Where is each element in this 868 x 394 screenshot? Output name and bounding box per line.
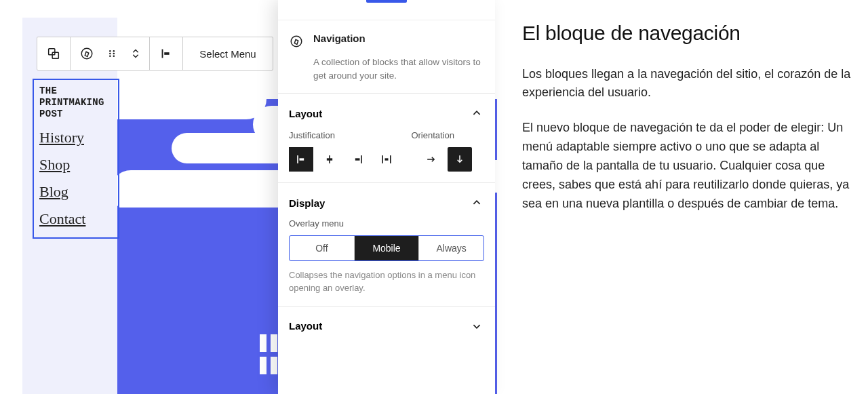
orientation-horizontal-button[interactable]	[419, 147, 443, 172]
overlay-help-text: Collapses the navigation options in a me…	[289, 269, 484, 295]
article-paragraph-2: El nuevo bloque de navegación te da el p…	[522, 119, 852, 213]
svg-point-7	[113, 53, 115, 55]
svg-point-2	[81, 48, 92, 59]
overlay-menu-toggle: Off Mobile Always	[289, 235, 484, 261]
nav-item-contact[interactable]: Contact	[39, 210, 113, 228]
chevron-down-icon[interactable]	[469, 319, 484, 334]
chevron-up-icon[interactable]	[469, 195, 484, 210]
svg-rect-17	[355, 158, 360, 160]
navigation-block[interactable]: THE PRINTMAKING POST History Shop Blog C…	[33, 79, 119, 239]
editor-canvas: Select Menu THE PRINTMAKING POST History…	[0, 0, 495, 394]
nav-item-history[interactable]: History	[39, 129, 113, 146]
orientation-vertical-button[interactable]	[448, 147, 472, 172]
svg-point-8	[113, 55, 115, 57]
chevron-up-icon[interactable]	[469, 106, 484, 121]
block-description: A collection of blocks that allow visito…	[313, 56, 484, 82]
justification-label: Justification	[289, 130, 335, 140]
nav-item-blog[interactable]: Blog	[39, 183, 113, 201]
justify-left-button[interactable]	[289, 147, 313, 172]
svg-rect-18	[382, 155, 383, 163]
block-toolbar: Select Menu	[37, 37, 273, 71]
justify-center-button[interactable]	[317, 147, 342, 172]
panel-layout: Layout Justification Orientation	[278, 94, 495, 183]
panel-layout-2: Layout	[278, 307, 495, 344]
overlay-menu-label: Overlay menu	[289, 218, 484, 229]
svg-rect-10	[164, 52, 169, 55]
panel-block-description: Navigation A collection of blocks that a…	[278, 20, 495, 94]
orientation-label: Orientation	[411, 130, 454, 140]
svg-point-11	[291, 36, 302, 47]
svg-rect-16	[361, 155, 362, 163]
justify-right-button[interactable]	[346, 147, 370, 172]
compass-icon[interactable]	[75, 41, 99, 66]
layout-title-2: Layout	[289, 320, 322, 332]
svg-point-4	[109, 53, 111, 55]
article-content: El bloque de navegación Los bloques lleg…	[495, 0, 868, 394]
svg-point-5	[109, 55, 111, 57]
svg-rect-12	[297, 155, 298, 163]
compass-icon	[289, 34, 304, 49]
group-icon[interactable]	[41, 41, 66, 66]
select-menu-button[interactable]: Select Menu	[187, 41, 269, 66]
panel-display: Display Overlay menu Off Mobile Always C…	[278, 183, 495, 307]
settings-sidebar: Navigation A collection of blocks that a…	[278, 0, 495, 394]
layout-title: Layout	[289, 108, 322, 119]
svg-rect-13	[300, 158, 304, 160]
overlay-always-button[interactable]: Always	[419, 236, 484, 260]
svg-rect-9	[162, 50, 163, 58]
site-title: THE PRINTMAKING POST	[39, 85, 113, 119]
nav-item-shop[interactable]: Shop	[39, 156, 113, 174]
display-title: Display	[289, 197, 325, 209]
move-arrows-icon[interactable]	[126, 41, 145, 66]
svg-rect-20	[385, 158, 389, 160]
svg-point-6	[113, 50, 115, 52]
article-heading: El bloque de navegación	[522, 20, 852, 46]
sidebar-tabs	[278, 0, 495, 20]
justify-left-icon[interactable]	[154, 41, 178, 66]
justify-space-between-button[interactable]	[374, 147, 399, 172]
drag-handle-icon[interactable]	[100, 41, 125, 66]
article-paragraph-1: Los bloques llegan a la navegación del s…	[522, 65, 852, 103]
tab-block-indicator[interactable]	[366, 0, 407, 3]
svg-rect-19	[390, 155, 391, 163]
svg-rect-15	[327, 158, 332, 160]
svg-rect-1	[52, 52, 58, 58]
svg-rect-0	[49, 49, 55, 55]
overlay-mobile-button[interactable]: Mobile	[355, 236, 420, 260]
overlay-off-button[interactable]: Off	[290, 236, 355, 260]
block-title: Navigation	[313, 33, 366, 44]
svg-point-3	[109, 50, 111, 52]
